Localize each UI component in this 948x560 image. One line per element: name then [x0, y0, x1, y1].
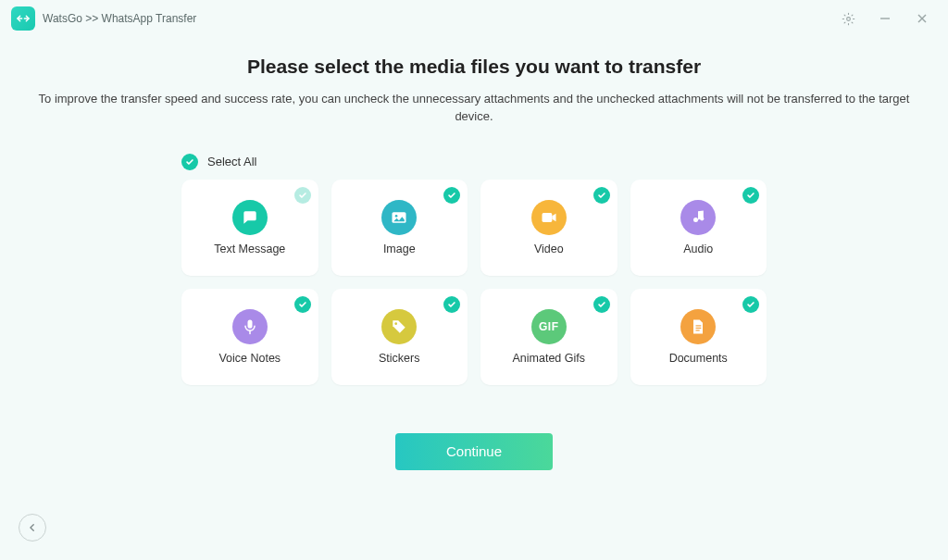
select-all-checkbox[interactable]: [181, 154, 198, 170]
chat-icon: [232, 200, 268, 235]
svg-rect-5: [246, 217, 251, 218]
minimize-icon: [879, 13, 891, 24]
media-card[interactable]: Image: [331, 180, 468, 276]
svg-rect-14: [696, 328, 702, 329]
breadcrumb: WatsGo >> WhatsApp Transfer: [43, 12, 196, 25]
svg-point-0: [846, 17, 850, 20]
content: Select All Text MessageImageVideoAudioVo…: [0, 154, 948, 470]
media-card-label: Stickers: [379, 352, 419, 365]
titlebar-left: WatsGo >> WhatsApp Transfer: [11, 6, 196, 31]
page-title: Please select the media files you want t…: [0, 56, 948, 78]
check-icon: [597, 191, 606, 200]
media-card[interactable]: Voice Notes: [181, 289, 318, 385]
media-card-checkbox[interactable]: [443, 296, 460, 313]
media-card-checkbox[interactable]: [294, 296, 311, 313]
check-icon: [746, 300, 755, 309]
media-card-label: Animated Gifs: [512, 352, 585, 365]
media-card[interactable]: Documents: [630, 289, 767, 385]
check-icon: [298, 300, 307, 309]
mic-icon: [232, 309, 268, 344]
screen-name: WhatsApp Transfer: [102, 12, 197, 25]
breadcrumb-separator: >>: [82, 12, 102, 25]
continue-button[interactable]: Continue: [395, 433, 553, 470]
back-button[interactable]: [19, 514, 46, 541]
check-icon: [447, 300, 456, 309]
media-card-checkbox[interactable]: [593, 187, 610, 204]
titlebar-right: [830, 5, 941, 32]
media-card-checkbox[interactable]: [593, 296, 610, 313]
media-card[interactable]: Text Message: [181, 180, 318, 276]
document-icon: [680, 309, 716, 344]
media-card-label: Image: [383, 243, 416, 255]
media-card[interactable]: Video: [480, 180, 617, 276]
media-card[interactable]: GIFAnimated Gifs: [480, 289, 617, 385]
continue-label: Continue: [446, 443, 502, 459]
media-card[interactable]: Stickers: [331, 289, 468, 385]
tag-icon: [381, 309, 417, 344]
check-icon: [447, 191, 456, 200]
svg-point-7: [395, 215, 398, 218]
video-icon: [531, 200, 567, 235]
media-card-checkbox[interactable]: [742, 296, 759, 313]
svg-point-9: [700, 217, 704, 220]
media-grid: Text MessageImageVideoAudioVoice NotesSt…: [181, 180, 767, 385]
titlebar: WatsGo >> WhatsApp Transfer: [0, 0, 948, 37]
settings-button[interactable]: [830, 5, 867, 32]
media-card-checkbox[interactable]: [294, 187, 311, 204]
check-icon: [298, 191, 307, 200]
close-button[interactable]: [904, 5, 941, 32]
media-card-checkbox[interactable]: [742, 187, 759, 204]
page-subtitle: To improve the transfer speed and succes…: [0, 91, 948, 126]
media-card[interactable]: Audio: [630, 180, 767, 276]
check-icon: [746, 191, 755, 200]
logo-icon: [16, 11, 31, 26]
media-card-checkbox[interactable]: [443, 187, 460, 204]
svg-rect-13: [696, 325, 702, 326]
app-name: WatsGo: [43, 12, 82, 25]
select-all-row[interactable]: Select All: [181, 154, 767, 170]
media-card-label: Video: [534, 243, 564, 255]
chevron-left-icon: [28, 523, 37, 532]
minimize-button[interactable]: [867, 5, 904, 32]
select-all-label: Select All: [207, 155, 256, 168]
media-card-label: Voice Notes: [218, 352, 281, 365]
media-card-label: Documents: [669, 352, 728, 365]
media-card-label: Audio: [683, 243, 713, 255]
check-icon: [185, 157, 194, 167]
gif-icon: GIF: [531, 309, 567, 344]
svg-rect-4: [246, 214, 253, 215]
close-icon: [917, 13, 928, 24]
media-card-label: Text Message: [214, 243, 285, 255]
gear-icon: [842, 12, 855, 26]
image-icon: [381, 200, 417, 235]
audio-icon: [680, 200, 716, 235]
svg-rect-8: [542, 213, 552, 222]
app-logo: [11, 6, 35, 31]
svg-rect-15: [696, 330, 700, 330]
check-icon: [597, 300, 606, 309]
svg-rect-10: [247, 319, 252, 328]
svg-point-12: [395, 322, 398, 325]
